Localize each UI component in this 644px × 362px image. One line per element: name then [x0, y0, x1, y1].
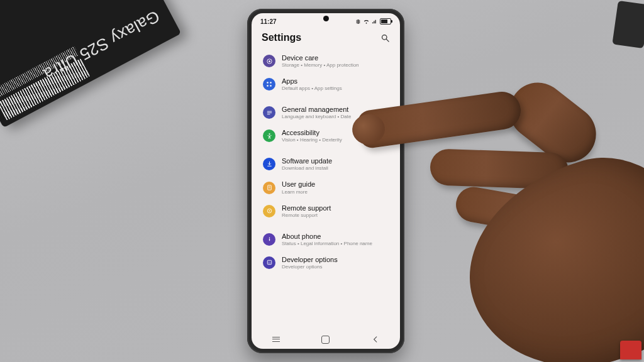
search-icon[interactable] — [380, 33, 390, 43]
svg-line-1 — [386, 39, 389, 41]
svg-point-0 — [382, 35, 387, 40]
item-title: Software update — [282, 157, 332, 165]
settings-item-apps[interactable]: Apps Default apps • App settings — [257, 73, 395, 96]
svg-text:{ }: { } — [268, 261, 270, 264]
settings-item-device-care[interactable]: Device care Storage • Memory • App prote… — [257, 50, 395, 72]
settings-item-software-update[interactable]: Software update Download and install — [257, 153, 395, 175]
settings-item-remote-support[interactable]: Remote support Remote support — [257, 200, 395, 222]
item-title: Device care — [282, 54, 359, 62]
item-subtitle: Vision • Hearing • Dexterity — [282, 137, 342, 143]
nav-back-button[interactable] — [363, 333, 388, 346]
item-title: User guide — [282, 180, 315, 188]
item-subtitle: Remote support — [282, 212, 331, 218]
svg-rect-19 — [269, 239, 269, 241]
item-subtitle: Learn more — [282, 189, 315, 195]
phone-screen: 11:27 Settings — [252, 13, 400, 349]
svg-point-3 — [269, 60, 270, 62]
vibrate-icon — [355, 19, 361, 25]
settings-header: Settings — [252, 30, 400, 50]
svg-point-18 — [269, 238, 269, 238]
page-title: Settings — [262, 32, 301, 43]
apps-icon — [263, 78, 275, 90]
svg-point-11 — [269, 133, 270, 134]
background-object — [620, 341, 641, 359]
svg-rect-8 — [267, 111, 271, 111]
item-subtitle: Developer options — [282, 264, 338, 270]
svg-point-4 — [267, 82, 269, 84]
background-object — [612, 1, 644, 48]
front-camera-icon — [323, 16, 329, 21]
settings-item-accessibility[interactable]: Accessibility Vision • Hearing • Dexteri… — [257, 124, 395, 147]
general-mgmt-icon — [263, 106, 275, 119]
item-title: About phone — [282, 233, 372, 240]
remote-support-icon — [263, 205, 275, 217]
software-update-icon — [263, 158, 275, 170]
svg-rect-12 — [267, 166, 271, 167]
svg-point-6 — [267, 85, 269, 87]
item-subtitle: Download and install — [282, 165, 332, 171]
battery-icon — [380, 18, 391, 25]
svg-point-17 — [269, 211, 270, 212]
svg-rect-9 — [267, 112, 271, 113]
home-icon — [321, 336, 330, 344]
phone-frame: 11:27 Settings — [247, 9, 404, 353]
item-title: Accessibility — [282, 129, 342, 136]
nav-recent-button[interactable] — [264, 333, 289, 346]
item-subtitle: Default apps • App settings — [282, 85, 342, 91]
back-icon — [371, 335, 380, 344]
item-title: Apps — [282, 77, 342, 85]
dev-options-icon: { } — [263, 256, 275, 269]
svg-rect-13 — [267, 185, 271, 190]
signal-icon — [372, 19, 377, 25]
item-subtitle: Language and keyboard • Date — [282, 114, 351, 119]
recent-icon — [272, 337, 280, 342]
status-time: 11:27 — [260, 18, 277, 25]
svg-point-7 — [270, 85, 272, 87]
item-title: General management — [282, 106, 351, 113]
about-phone-icon — [263, 233, 275, 246]
item-title: Developer options — [282, 256, 338, 263]
wifi-icon — [364, 19, 369, 25]
settings-item-user-guide[interactable]: User guide Learn more — [257, 176, 395, 199]
nav-home-button[interactable] — [313, 333, 338, 346]
product-box-label: Galaxy S25 Ultra — [40, 6, 163, 84]
settings-item-general-management[interactable]: General management Language and keyboard… — [257, 101, 395, 124]
svg-rect-10 — [267, 114, 270, 114]
svg-point-5 — [270, 82, 272, 84]
item-title: Remote support — [282, 204, 331, 212]
settings-item-developer-options[interactable]: { } Developer options Developer options — [257, 251, 395, 274]
item-subtitle: Status • Legal information • Phone name — [282, 241, 372, 246]
scene: Galaxy S25 Ultra 11:27 Settings — [0, 0, 644, 362]
settings-item-about-phone[interactable]: About phone Status • Legal information •… — [257, 228, 395, 251]
product-box: Galaxy S25 Ultra — [0, 0, 181, 128]
status-icons — [355, 18, 391, 25]
device-care-icon — [263, 55, 275, 67]
user-guide-icon — [263, 182, 275, 194]
accessibility-icon — [263, 129, 275, 142]
item-subtitle: Storage • Memory • App protection — [282, 62, 359, 68]
settings-list: Device care Storage • Memory • App prote… — [252, 50, 400, 274]
nav-bar — [252, 330, 400, 349]
